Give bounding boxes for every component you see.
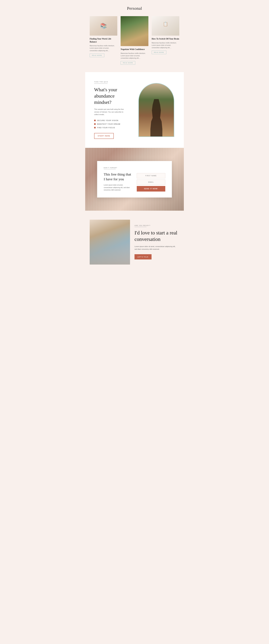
- blog-card-3-read-more[interactable]: READ MORE: [152, 50, 166, 54]
- quiz-start-button[interactable]: START HERE: [94, 133, 114, 139]
- quiz-right-col: [136, 83, 176, 137]
- optin-label-underline: [104, 169, 116, 169]
- quiz-list-item-3: FIND YOUR FOCUS: [94, 127, 130, 128]
- blog-grid: Finding Your Work Life Balance Maecenas …: [90, 16, 179, 65]
- quiz-list-item-1: SECURE YOUR VISION: [94, 120, 130, 121]
- blog-card-1-title: Finding Your Work Life Balance: [90, 38, 117, 43]
- blog-card-3: How To Switch Off Your Brain Maecenas fa…: [152, 16, 179, 54]
- blog-card-2-excerpt: Maecenas faucibus mollis interdum. Lorem…: [121, 52, 148, 60]
- blog-card-2-image: [121, 16, 148, 46]
- optin-heading: This free thing that I have for you: [104, 172, 132, 182]
- blog-section-title: Personal: [90, 6, 179, 11]
- quiz-arch-image: [138, 83, 174, 137]
- optin-form: SEND IT NOW!: [137, 173, 165, 192]
- quiz-subtext: This sample quiz was built using the fre…: [94, 108, 127, 116]
- quiz-list: SECURE YOUR VISION MANIFEST YOUR DREAM F…: [94, 120, 130, 128]
- blog-card-2-title: Negotiate With Confidence: [121, 48, 148, 51]
- optin-card: DON'T FORGET This free thing that I have…: [97, 161, 172, 198]
- cta-heading: I'd love to start a real conversation: [134, 230, 179, 242]
- blog-card-3-image: [152, 16, 179, 36]
- cta-label-underline: [134, 227, 146, 227]
- blog-card-1-excerpt: Maecenas faucibus mollis interdum. Lorem…: [90, 44, 117, 52]
- cta-image: [90, 220, 130, 264]
- quiz-label-underline: [94, 84, 108, 84]
- optin-section: DON'T FORGET This free thing that I have…: [85, 148, 184, 211]
- blog-card-3-excerpt: Maecenas faucibus mollis interdum. Lorem…: [152, 42, 179, 49]
- optin-submit-button[interactable]: SEND IT NOW!: [137, 186, 165, 192]
- blog-card-1-read-more[interactable]: READ MORE: [90, 54, 104, 57]
- optin-text-col: This free thing that I have for you Lore…: [104, 172, 132, 191]
- blog-card-1: Finding Your Work Life Balance Maecenas …: [90, 16, 117, 57]
- quiz-arch-bg: [139, 84, 174, 136]
- blog-card-3-title: How To Switch Off Your Brain: [152, 38, 179, 40]
- quiz-left-col: TAKE THE QUIZ What's your abundance mind…: [94, 81, 130, 139]
- quiz-section: TAKE THE QUIZ What's your abundance mind…: [85, 72, 184, 148]
- optin-body: Lorem ipsum dolor sit amet, consectetuer…: [104, 184, 131, 191]
- blog-card-2-read-more[interactable]: READ MORE: [121, 61, 135, 65]
- quiz-list-item-2: MANIFEST YOUR DREAM: [94, 123, 130, 125]
- optin-form-col: SEND IT NOW!: [137, 172, 165, 192]
- optin-label: DON'T FORGET: [104, 167, 165, 168]
- quiz-heading: What's your abundance mindset?: [94, 87, 130, 105]
- lets-talk-button[interactable]: LET'S TALK: [134, 254, 152, 260]
- cta-text-col: ARE YOU READY? I'd love to start a real …: [134, 225, 179, 259]
- blog-card-2: Negotiate With Confidence Maecenas fauci…: [121, 16, 148, 65]
- optin-email-input[interactable]: [137, 180, 165, 185]
- cta-body: Lorem ipsum dolor sit amet, consectetuer…: [134, 245, 176, 250]
- quiz-label: TAKE THE QUIZ: [94, 81, 130, 82]
- optin-inner: This free thing that I have for you Lore…: [104, 172, 165, 192]
- cta-label: ARE YOU READY?: [134, 225, 179, 226]
- blog-card-1-image: [90, 16, 117, 36]
- blog-section: Personal Finding Your Work Life Balance …: [85, 0, 184, 72]
- optin-firstname-input[interactable]: [137, 173, 165, 178]
- cta-section: ARE YOU READY? I'd love to start a real …: [85, 211, 184, 274]
